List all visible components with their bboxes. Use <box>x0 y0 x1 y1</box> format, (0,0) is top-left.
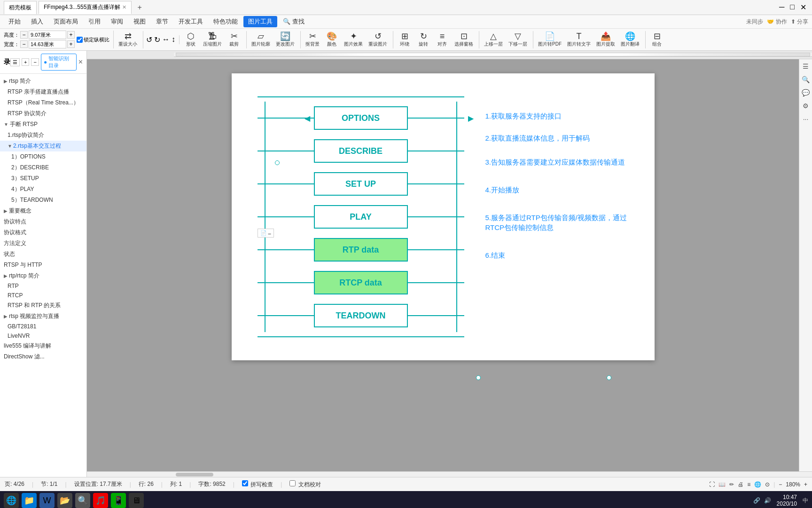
focus-btn[interactable]: ⊙ <box>765 481 770 488</box>
rs-btn-3[interactable]: 💬 <box>801 87 811 98</box>
taskbar-chrome[interactable]: 🌐 <box>4 493 19 508</box>
fullscreen-btn[interactable]: ⛶ <box>709 481 715 488</box>
height-input[interactable] <box>29 31 66 39</box>
combine-btn[interactable]: ⊟ 组合 <box>648 31 665 48</box>
lock-ratio-cb[interactable]: 锁定纵横比 <box>77 36 109 43</box>
taskbar-search[interactable]: 🔍 <box>75 493 90 508</box>
select-pane-btn[interactable]: ⊡ 选择窗格 <box>453 31 475 48</box>
rotate-left-icon[interactable]: ↺ <box>146 35 152 44</box>
zoom-out-btn[interactable]: − <box>779 481 782 488</box>
read-mode-btn[interactable]: 📖 <box>718 481 726 488</box>
sidebar-item-rtsp-http[interactable]: RTSP 与 HTTP <box>0 260 86 270</box>
sidebar-item-features[interactable]: 协议特点 <box>0 216 86 227</box>
width-plus[interactable]: + <box>67 40 75 48</box>
web-view-btn[interactable]: 🌐 <box>754 481 761 488</box>
sidebar-ctrl-2[interactable]: + <box>22 58 29 66</box>
menu-shenyue[interactable]: 审阅 <box>106 16 128 27</box>
color-btn[interactable]: 🎨 颜色 <box>323 31 340 48</box>
sidebar-item-teardown[interactable]: 5）TEARDOWN <box>0 195 86 206</box>
sidebar-item-concepts[interactable]: ▶ 重要概念 <box>0 206 86 216</box>
shape-btn[interactable]: ⬡ 形状 <box>182 31 199 48</box>
layer-up-btn[interactable]: △ 上移一层 <box>482 31 505 48</box>
tab-ffmpeg[interactable]: FFmpeg4.3...555直播点播详解 ✕ <box>39 1 132 14</box>
menu-zhangjie[interactable]: 章节 <box>151 16 173 27</box>
spellcheck-btn[interactable]: 拼写检查 <box>242 480 273 489</box>
menu-shitu[interactable]: 视图 <box>129 16 150 27</box>
ai-toc-btn[interactable]: ● 智能识别目录 <box>41 54 77 71</box>
sidebar-item-gb[interactable]: GB/T28181 <box>0 322 86 331</box>
collab-btn[interactable]: 🤝 协作 <box>767 18 787 26</box>
width-minus[interactable]: − <box>20 40 28 48</box>
doccheck-checkbox[interactable] <box>289 480 296 486</box>
menu-kaifa[interactable]: 开发工具 <box>174 16 208 27</box>
restore-icon[interactable]: □ <box>788 3 796 12</box>
wrap-btn[interactable]: ⊞ 环绕 <box>396 31 413 48</box>
sidebar-close-btn[interactable]: × <box>78 58 83 66</box>
sidebar-item-rtsp-rtp-rel[interactable]: RTSP 和 RTP 的关系 <box>0 300 86 311</box>
rs-btn-4[interactable]: ⚙ <box>801 101 811 111</box>
sidebar-item-rtsp-build[interactable]: RTSP 亲手搭建直播点播 <box>0 87 86 97</box>
sidebar-item-describe[interactable]: 2）DESCRIBE <box>0 162 86 173</box>
sidebar-item-rtsp-real[interactable]: RTSP（Real Time Strea...） <box>0 97 86 108</box>
menu-yemian[interactable]: 页面布局 <box>49 16 83 27</box>
taskbar-phone[interactable]: 📱 <box>111 493 126 508</box>
close-icon[interactable]: ✕ <box>798 3 808 12</box>
menu-search[interactable]: 🔍 查找 <box>278 16 309 27</box>
new-tab-button[interactable]: + <box>133 1 145 14</box>
menu-tese[interactable]: 特色功能 <box>209 16 242 27</box>
sidebar-ctrl-1[interactable]: ☰ <box>10 58 20 66</box>
list-view-btn[interactable]: ≡ <box>747 481 750 488</box>
reset-pic-btn[interactable]: ↺ 重设图片 <box>367 31 389 48</box>
sidebar-item-rtp-section[interactable]: ▶ rtp/rtcp 简介 <box>0 270 86 281</box>
edit-mode-btn[interactable]: ✏ <box>729 481 734 488</box>
sidebar-item-livenvr[interactable]: LiveNVR <box>0 331 86 341</box>
sidebar-item-rtcp[interactable]: RTCP <box>0 291 86 300</box>
sidebar-item-play[interactable]: 4）PLAY <box>0 184 86 195</box>
sidebar-item-rtsp-basic[interactable]: ▼ 2.rtsp基本交互过程 <box>0 141 86 151</box>
pic-effect-btn[interactable]: ✦ 图片效果 <box>342 31 365 48</box>
change-pic-btn[interactable]: 🔄 更改图片 <box>274 31 297 48</box>
tab-close-icon[interactable]: ✕ <box>122 4 126 10</box>
tab-daoke[interactable]: 稻壳模板 <box>4 1 37 14</box>
sidebar-item-directshow[interactable]: DirectShow 滤... <box>0 351 86 362</box>
menu-tupian[interactable]: 图片工具 <box>243 16 277 27</box>
share-btn[interactable]: ⬆ 分享 <box>791 18 808 26</box>
taskbar-word[interactable]: W <box>39 493 55 508</box>
pic-extract-btn[interactable]: 📤 图片提取 <box>594 31 617 48</box>
remove-bg-btn[interactable]: ✂ 抠背景 <box>304 31 321 48</box>
document-content[interactable]: ◀ OPTIONS ▶ <box>87 59 799 471</box>
rs-btn-2[interactable]: 🔍 <box>801 74 811 85</box>
height-minus[interactable]: − <box>20 31 28 39</box>
sidebar-item-setup[interactable]: 3）SETUP <box>0 173 86 184</box>
pic-outline-btn[interactable]: ▱ 图片轮廓 <box>250 31 272 48</box>
layer-down-btn[interactable]: ▽ 下移一层 <box>507 31 529 48</box>
taskbar-monitor[interactable]: 🖥 <box>129 493 144 508</box>
crop-btn[interactable]: ✂ 裁剪 <box>226 31 242 48</box>
doccheck-btn[interactable]: 文档校对 <box>289 480 320 489</box>
pic-translate-btn[interactable]: 🌐 图片翻译 <box>619 31 641 48</box>
sidebar-item-rtp[interactable]: RTP <box>0 281 86 291</box>
compress-btn[interactable]: 🗜 压缩图片 <box>201 31 224 48</box>
sidebar-item-monitor-section[interactable]: ▶ rtsp 视频监控与直播 <box>0 311 86 322</box>
height-plus[interactable]: + <box>67 31 75 39</box>
pic-text-btn[interactable]: T 图片转文字 <box>565 31 593 48</box>
sidebar-item-methods[interactable]: 方法定义 <box>0 238 86 249</box>
taskbar-files[interactable]: 📂 <box>57 493 72 508</box>
sidebar-item-rtsp-proto-1[interactable]: 1.rtsp协议简介 <box>0 130 86 141</box>
menu-yinyong[interactable]: 引用 <box>84 16 105 27</box>
sidebar-item-live555[interactable]: live555 编译与讲解 <box>0 341 86 351</box>
menu-charu[interactable]: 插入 <box>26 16 48 27</box>
spellcheck-checkbox[interactable] <box>242 480 248 486</box>
sidebar-item-rtsp-hand-section[interactable]: ▼ 手断 RTSP <box>0 119 86 130</box>
rs-btn-5[interactable]: ··· <box>801 114 811 124</box>
print-mode-btn[interactable]: 🖨 <box>738 481 743 488</box>
flip-h-icon[interactable]: ↔ <box>162 35 170 44</box>
sidebar-item-rtsp-proto-intro[interactable]: RTSP 协议简介 <box>0 108 86 119</box>
minimize-icon[interactable]: ─ <box>777 3 786 12</box>
zoom-in-btn[interactable]: + <box>804 481 807 488</box>
taskbar-media[interactable]: 🎵 <box>93 493 108 508</box>
pic-pdf-btn[interactable]: 📄 图片转PDF <box>536 31 563 48</box>
rs-btn-1[interactable]: ☰ <box>801 61 811 71</box>
sidebar-ctrl-3[interactable]: − <box>31 58 39 66</box>
taskbar-explorer[interactable]: 📁 <box>22 493 37 508</box>
